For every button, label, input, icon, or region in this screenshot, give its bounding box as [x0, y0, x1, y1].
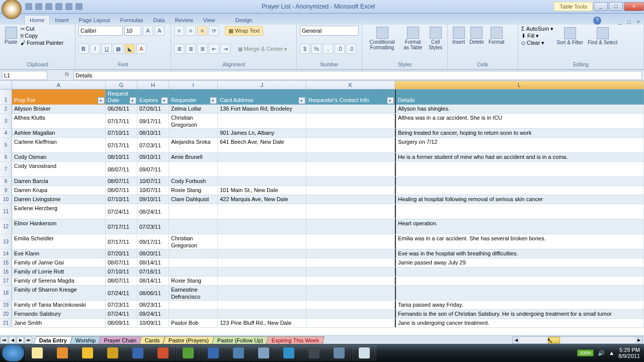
cell[interactable]: 641 Beech Ave, New Dale [218, 138, 306, 152]
cell[interactable]: Roxie Stang [169, 277, 218, 285]
cell[interactable]: 09/10/11 [137, 195, 169, 204]
cell[interactable] [395, 186, 644, 195]
cell[interactable]: Elinor Hankerson [12, 219, 106, 234]
cell[interactable] [169, 129, 218, 137]
align-mid[interactable]: ≡ [186, 26, 196, 36]
table-row[interactable]: 18Family of Sharron Kresge07/24/1108/06/… [0, 286, 644, 301]
sheet-tab-pastor-prayers[interactable]: Pastor (Prayers) [163, 336, 214, 344]
row-header[interactable]: 20 [0, 310, 12, 318]
cell[interactable]: 09/07/11 [137, 162, 169, 176]
help-button[interactable]: ? [593, 17, 601, 25]
cell[interactable]: Alejandra Sroka [169, 138, 218, 152]
find-select-button[interactable]: Find & Select [586, 26, 619, 46]
row-header[interactable]: 5 [0, 138, 12, 152]
cell[interactable]: Jamie passed away July 29 [395, 258, 644, 267]
cell[interactable] [306, 105, 395, 113]
cell[interactable]: 08/10/11 [137, 129, 169, 137]
row-header[interactable]: 21 [0, 319, 12, 327]
table-row[interactable]: 2Allyson Brisker06/26/1107/26/11Zelma Lo… [0, 105, 644, 114]
taskbar-app-icon[interactable] [277, 345, 301, 360]
row-header[interactable]: 19 [0, 301, 12, 309]
table-row[interactable]: 6Cody Osman08/10/1109/10/11Amie BrunellH… [0, 153, 644, 162]
th-details[interactable]: Details [395, 89, 644, 105]
cell[interactable]: Allyson Brisker [12, 105, 106, 113]
cell[interactable]: Jane Smith [12, 319, 106, 327]
cell[interactable] [395, 267, 644, 276]
cell[interactable]: Christian Gregorson [169, 234, 218, 249]
cell[interactable]: Fernando Salsbury [12, 310, 106, 318]
percent-button[interactable]: % [311, 44, 321, 54]
row-header[interactable]: 13 [0, 234, 12, 249]
sheet-tab-cards[interactable]: Cards [139, 336, 165, 344]
cell[interactable]: 09/24/11 [137, 310, 169, 318]
cell[interactable] [306, 267, 395, 276]
tab-design[interactable]: Design [230, 16, 257, 25]
delete-cells-button[interactable]: Delete [468, 26, 486, 46]
cell[interactable]: Clare Dahlquist [169, 195, 218, 204]
cell[interactable]: 07/23/11 [137, 219, 169, 234]
cell[interactable] [306, 258, 395, 267]
row-header[interactable]: 4 [0, 129, 12, 137]
cell[interactable]: Cody Vanostrand [12, 162, 106, 176]
row-header[interactable]: 12 [0, 219, 12, 234]
scroll-thumb[interactable] [548, 337, 560, 343]
orientation[interactable]: ⟳ [209, 26, 219, 36]
cell[interactable]: 08/06/11 [137, 286, 169, 300]
cell[interactable]: Zelma Lollar [169, 105, 218, 113]
taskbar-app-icon[interactable] [352, 345, 376, 360]
table-row[interactable]: 10Darren Livingstone07/10/1109/10/11Clar… [0, 195, 644, 204]
cell[interactable]: 07/20/11 [106, 249, 137, 258]
cell[interactable]: Family of Jamie Gisi [12, 258, 106, 267]
filter-dropdown[interactable] [387, 97, 394, 104]
cell[interactable]: 07/10/11 [106, 129, 137, 137]
cell[interactable] [218, 153, 306, 161]
cell[interactable]: Tania passed away Friday. [395, 301, 644, 309]
cell[interactable]: Earlene Herzberg [12, 204, 106, 219]
cell[interactable]: Family of Tania Marcinkowski [12, 301, 106, 309]
cut-button[interactable]: ✂ Cut [21, 26, 64, 32]
align-bot[interactable]: ≡ [197, 26, 207, 36]
align-right[interactable]: ≣ [197, 44, 207, 54]
sort-filter-button[interactable]: Sort & Filter [555, 26, 585, 46]
cell[interactable] [169, 204, 218, 219]
fx-button[interactable]: fx [62, 71, 71, 80]
filter-dropdown[interactable] [161, 97, 168, 104]
cell[interactable]: 901 James Ln, Albany [218, 129, 306, 137]
clock[interactable]: 5:29 PM8/9/2011 [618, 347, 640, 359]
th-card-address[interactable]: Card Address [218, 89, 306, 105]
scroll-left-arrow[interactable]: ◀ [513, 337, 520, 343]
sheet-tab-expiring[interactable]: Expiring This Week [266, 336, 325, 344]
table-row[interactable]: 12Elinor Hankerson07/17/1107/23/11Heart … [0, 219, 644, 234]
cell[interactable] [169, 249, 218, 258]
row-header[interactable]: 2 [0, 105, 12, 113]
comma-button[interactable]: , [323, 44, 333, 54]
col-header-I[interactable]: I [169, 81, 218, 89]
autosum-button[interactable]: Σ AutoSum ▾ [521, 26, 553, 32]
cell[interactable]: Emilia was in a car accident. She has se… [395, 234, 644, 249]
col-header-G[interactable]: G [106, 81, 137, 89]
minimize-button[interactable]: _ [594, 2, 608, 11]
sheet-tab-worship[interactable]: Worship [70, 336, 101, 344]
filter-dropdown[interactable] [98, 97, 105, 104]
cell[interactable]: 10/07/11 [137, 186, 169, 195]
bold-button[interactable]: B [78, 44, 89, 54]
cell[interactable]: Heart operation. [395, 219, 644, 234]
cell[interactable]: 101 Main St., New Dale [218, 186, 306, 195]
wrap-text-button[interactable]: ▦Wrap Text [225, 26, 263, 36]
cell[interactable]: 09/10/11 [137, 153, 169, 161]
cell[interactable] [218, 310, 306, 318]
cell[interactable]: Althea Klutts [12, 114, 106, 128]
table-row[interactable]: 13Emilia Scheidler07/17/1109/17/11Christ… [0, 234, 644, 249]
cell[interactable]: 07/23/11 [106, 301, 137, 309]
cell[interactable]: 08/09/11 [106, 319, 137, 327]
cell[interactable]: 08/07/11 [106, 162, 137, 176]
filter-dropdown[interactable] [298, 97, 305, 104]
sheet-tab-prayer-chain[interactable]: Prayer Chain [99, 336, 142, 344]
cell[interactable]: Pastor Bob [169, 319, 218, 327]
taskbar-app-icon[interactable] [126, 345, 150, 360]
th-request-date[interactable]: Request Date [106, 89, 137, 105]
inc-decimal[interactable]: .0 [335, 44, 345, 54]
cell[interactable]: Earnestine Defrancisco [169, 286, 218, 300]
cell[interactable]: Amie Brunell [169, 153, 218, 161]
sheet-nav-last[interactable]: ⏭ [25, 336, 32, 344]
